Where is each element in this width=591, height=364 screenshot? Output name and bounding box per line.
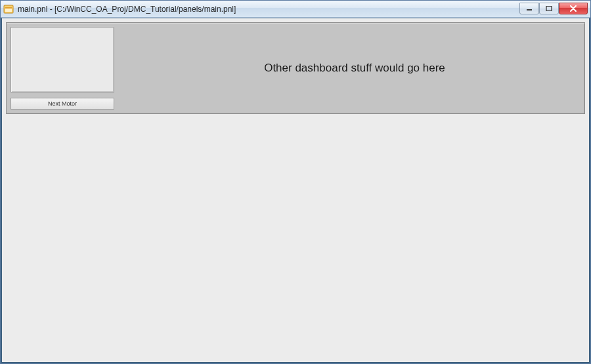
next-motor-label: Next Motor xyxy=(48,100,77,107)
minimize-button[interactable] xyxy=(519,3,539,14)
dashboard-panel: Next Motor Other dashboard stuff would g… xyxy=(6,22,585,114)
svg-rect-2 xyxy=(5,7,12,9)
maximize-button[interactable] xyxy=(539,3,559,14)
next-motor-button[interactable]: Next Motor xyxy=(11,98,114,110)
client-area: Next Motor Other dashboard stuff would g… xyxy=(1,18,590,363)
dashboard-placeholder-text: Other dashboard stuff would go here xyxy=(131,23,578,113)
app-icon xyxy=(3,4,14,14)
svg-rect-4 xyxy=(546,7,552,11)
window-controls xyxy=(519,3,588,14)
svg-rect-3 xyxy=(527,9,532,10)
motor-preview-box xyxy=(11,27,114,92)
close-button[interactable] xyxy=(559,3,588,14)
titlebar[interactable]: main.pnl - [C:/WinCC_OA_Proj/DMC_Tutoria… xyxy=(1,1,590,18)
application-window: main.pnl - [C:/WinCC_OA_Proj/DMC_Tutoria… xyxy=(0,0,591,364)
window-title: main.pnl - [C:/WinCC_OA_Proj/DMC_Tutoria… xyxy=(18,5,519,14)
